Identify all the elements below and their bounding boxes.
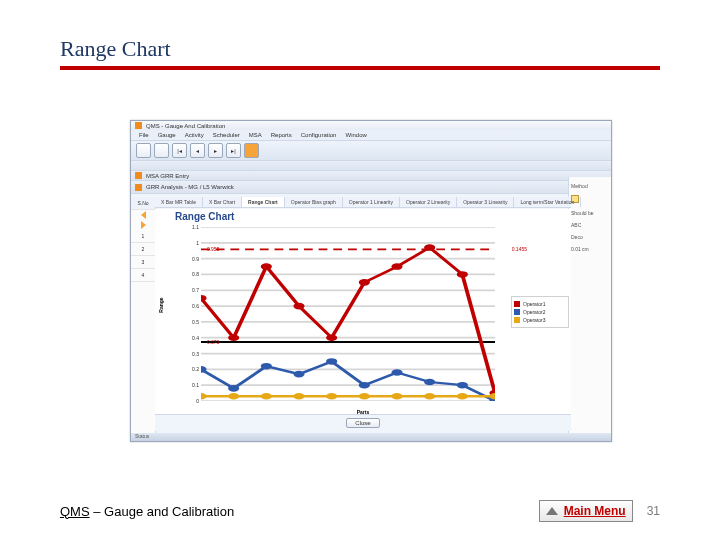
svg-point-37 bbox=[295, 394, 303, 399]
svg-point-27 bbox=[295, 372, 303, 377]
app-icon bbox=[135, 122, 142, 129]
nav-left-icon bbox=[141, 211, 146, 219]
main-menu-button[interactable]: Main Menu bbox=[539, 500, 633, 522]
right-abc-label: ABC bbox=[571, 222, 611, 228]
right-shouldbe-label: Should be bbox=[571, 210, 611, 216]
svg-point-17 bbox=[295, 304, 303, 309]
swatch-icon bbox=[514, 309, 520, 315]
svg-point-36 bbox=[262, 394, 270, 399]
svg-point-43 bbox=[491, 394, 495, 399]
toolbar-btn-2[interactable] bbox=[154, 143, 169, 158]
svg-point-42 bbox=[458, 394, 466, 399]
svg-point-28 bbox=[328, 359, 336, 364]
left-row-2[interactable]: 2 bbox=[131, 243, 155, 256]
center-line-annotation: 0.373 bbox=[207, 339, 220, 345]
menu-gauge[interactable]: Gauge bbox=[158, 132, 176, 138]
menu-file[interactable]: File bbox=[139, 132, 149, 138]
svg-point-14 bbox=[201, 296, 205, 301]
menu-bar[interactable]: File Gauge Activity Scheduler MSA Report… bbox=[131, 130, 611, 141]
status-bar: Status bbox=[131, 433, 611, 441]
svg-point-32 bbox=[458, 383, 466, 388]
svg-point-29 bbox=[360, 383, 368, 388]
left-column: S.No 1 2 3 4 bbox=[131, 197, 156, 433]
svg-point-30 bbox=[393, 370, 401, 375]
footer-left: QMS – Gauge and Calibration bbox=[60, 504, 234, 519]
chart-legend: Operator1 Operator2 Operator3 bbox=[511, 296, 569, 328]
left-row-1[interactable]: 1 bbox=[131, 230, 155, 243]
tab-op3-lin[interactable]: Operator 3 Linearity bbox=[457, 197, 514, 207]
tab-op1-lin[interactable]: Operator 1 Linearity bbox=[343, 197, 400, 207]
chart-svg bbox=[201, 227, 495, 401]
sub-window-title: MSA GRR Entry bbox=[146, 173, 189, 179]
svg-point-31 bbox=[426, 380, 434, 385]
nav-arrows[interactable] bbox=[131, 210, 155, 230]
legend-op1: Operator1 bbox=[514, 301, 566, 307]
menu-activity[interactable]: Activity bbox=[185, 132, 204, 138]
toolbar-btn-first[interactable]: |◂ bbox=[172, 143, 187, 158]
toolbar-btn-last[interactable]: ▸| bbox=[226, 143, 241, 158]
app-screenshot: QMS - Gauge And Calibration File Gauge A… bbox=[130, 120, 612, 442]
grr-caption: GRR Analysis - MG / L5 Warwick bbox=[146, 184, 234, 190]
tab-op-bias[interactable]: Operator Bias graph bbox=[285, 197, 343, 207]
svg-point-16 bbox=[262, 264, 270, 269]
right-annotation: 0.1455 bbox=[512, 246, 527, 252]
right-panel: Method Should be ABC Deco 0.01 cm bbox=[568, 177, 611, 433]
toolbar-btn-prev[interactable]: ◂ bbox=[190, 143, 205, 158]
left-row-4[interactable]: 4 bbox=[131, 269, 155, 282]
menu-window[interactable]: Window bbox=[345, 132, 366, 138]
upper-limit-annotation: 0.958 bbox=[207, 246, 220, 252]
left-row-3[interactable]: 3 bbox=[131, 256, 155, 269]
main-menu-label: Main Menu bbox=[564, 504, 626, 518]
mdi-strip bbox=[131, 161, 611, 171]
svg-point-41 bbox=[426, 394, 434, 399]
toolbar-btn-1[interactable] bbox=[136, 143, 151, 158]
grr-icon bbox=[135, 184, 142, 191]
footer-suffix: – Gauge and Calibration bbox=[90, 504, 235, 519]
app-title: QMS - Gauge And Calibration bbox=[146, 123, 225, 129]
sub-window-icon bbox=[135, 172, 142, 179]
toolbar: |◂ ◂ ▸ ▸| bbox=[131, 141, 611, 161]
menu-msa[interactable]: MSA bbox=[249, 132, 262, 138]
chart-title: Range Chart bbox=[175, 211, 234, 222]
app-titlebar: QMS - Gauge And Calibration bbox=[131, 121, 611, 130]
svg-point-22 bbox=[458, 272, 466, 277]
menu-scheduler[interactable]: Scheduler bbox=[213, 132, 240, 138]
slide-footer: QMS – Gauge and Calibration Main Menu 31 bbox=[60, 500, 660, 522]
svg-point-19 bbox=[360, 280, 368, 285]
tab-xbar-chart[interactable]: X Bar Chart bbox=[203, 197, 242, 207]
sub-window-titlebar: MSA GRR Entry bbox=[131, 171, 611, 181]
svg-point-39 bbox=[360, 394, 368, 399]
svg-point-35 bbox=[230, 394, 238, 399]
up-arrow-icon bbox=[546, 507, 558, 515]
close-button[interactable]: Close bbox=[346, 418, 379, 428]
svg-point-24 bbox=[201, 367, 205, 372]
right-deco-label: Deco bbox=[571, 234, 611, 240]
svg-point-20 bbox=[393, 264, 401, 269]
right-coeff-label: 0.01 cm bbox=[571, 246, 611, 252]
legend-op2-label: Operator2 bbox=[523, 309, 546, 315]
menu-reports[interactable]: Reports bbox=[271, 132, 292, 138]
chart-plot: 0.958 0.373 0.1455 00.10.20.30.40.50.60.… bbox=[201, 227, 495, 401]
toolbar-btn-next[interactable]: ▸ bbox=[208, 143, 223, 158]
tab-range-chart[interactable]: Range Chart bbox=[242, 197, 285, 207]
svg-point-40 bbox=[393, 394, 401, 399]
svg-point-15 bbox=[230, 335, 238, 340]
right-method-label: Method bbox=[571, 183, 611, 189]
tab-long-term[interactable]: Long term/Star Variation bbox=[514, 197, 581, 207]
legend-op3-label: Operator3 bbox=[523, 317, 546, 323]
svg-point-38 bbox=[328, 394, 336, 399]
tab-op2-lin[interactable]: Operator 2 Linearity bbox=[400, 197, 457, 207]
slide-title: Range Chart bbox=[60, 36, 660, 62]
svg-point-25 bbox=[230, 386, 238, 391]
y-axis-label: Range bbox=[158, 297, 164, 312]
svg-point-18 bbox=[328, 335, 336, 340]
tab-xbar-mr-table[interactable]: X Bar MR Table bbox=[155, 197, 203, 207]
title-underline bbox=[60, 66, 660, 70]
tab-strip: X Bar MR Table X Bar Chart Range Chart O… bbox=[155, 197, 571, 208]
swatch-icon bbox=[514, 317, 520, 323]
legend-op1-label: Operator1 bbox=[523, 301, 546, 307]
menu-configuration[interactable]: Configuration bbox=[301, 132, 337, 138]
legend-op2: Operator2 bbox=[514, 309, 566, 315]
legend-op3: Operator3 bbox=[514, 317, 566, 323]
toolbar-btn-action[interactable] bbox=[244, 143, 259, 158]
